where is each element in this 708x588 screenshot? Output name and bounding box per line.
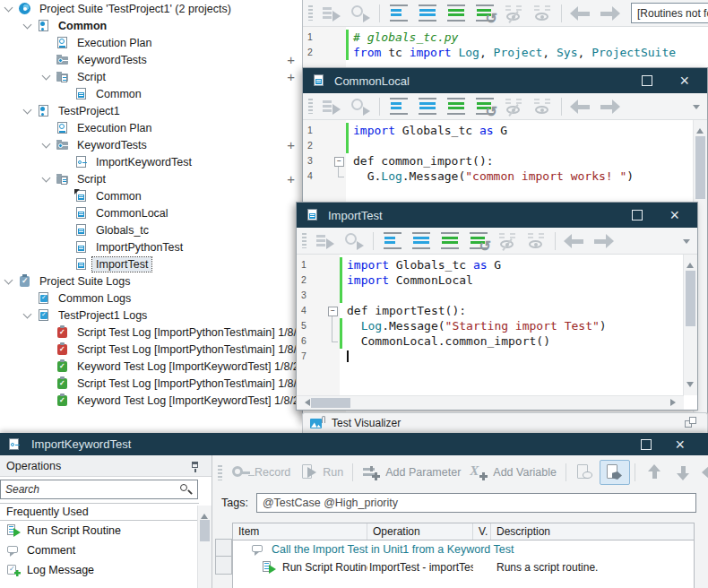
- chevron-expanded-icon[interactable]: [42, 173, 51, 182]
- tree-item[interactable]: Keyword Test Log [ImportKeywordTest] 1/8…: [0, 358, 302, 375]
- test-visualizer-bar[interactable]: Test Visualizer: [302, 412, 708, 433]
- toolbar-grip[interactable]: [308, 5, 313, 21]
- navigate-back-icon[interactable]: [570, 96, 591, 117]
- table-header[interactable]: Item Operation V. Description: [233, 523, 694, 540]
- tree-item[interactable]: Common: [0, 85, 302, 102]
- tags-button[interactable]: [600, 460, 630, 485]
- tree-item[interactable]: Common Logs: [0, 290, 302, 307]
- column-value[interactable]: V.: [473, 523, 491, 540]
- show-region-icon[interactable]: [525, 230, 547, 252]
- navigate-forward-icon[interactable]: [599, 3, 620, 24]
- hide-region-icon[interactable]: [503, 3, 524, 24]
- indent-right-icon[interactable]: [417, 96, 438, 117]
- cell-item[interactable]: Run Script Routine: [233, 560, 367, 575]
- column-item[interactable]: Item: [233, 523, 367, 540]
- search-input[interactable]: Search: [0, 480, 198, 499]
- maximize-button[interactable]: [642, 75, 652, 86]
- cell-description[interactable]: Runs a script routine.: [491, 561, 694, 574]
- tree-item[interactable]: KeywordTests+: [0, 51, 302, 68]
- tree-item[interactable]: TestProject1: [0, 102, 302, 119]
- scroll-right-arrow[interactable]: [670, 399, 679, 406]
- tags-input[interactable]: @TestCase @High_priority: [256, 493, 696, 513]
- tree-item[interactable]: Script+: [0, 170, 302, 187]
- chevron-expanded-icon[interactable]: [23, 309, 32, 318]
- tree-item[interactable]: CommonLocal: [0, 204, 302, 221]
- move-down-button[interactable]: [669, 461, 697, 484]
- scroll-thumb[interactable]: [695, 136, 705, 199]
- navigate-forward-icon[interactable]: [599, 96, 620, 117]
- importtest-titlebar[interactable]: ImportTest ×: [297, 203, 697, 228]
- tree-item[interactable]: Common: [0, 187, 302, 204]
- maximize-button[interactable]: [632, 210, 643, 220]
- add-parameter-button[interactable]: Add Parameter: [358, 461, 465, 484]
- toolbar-grip[interactable]: [308, 99, 313, 114]
- navigate-back-icon[interactable]: [570, 3, 591, 24]
- scroll-thumb[interactable]: [311, 398, 350, 408]
- profile-run-icon[interactable]: [343, 230, 365, 252]
- importtest-code-editor[interactable]: 1import Globals_tc as G2import CommonLoc…: [297, 255, 697, 364]
- indent-left-icon[interactable]: [388, 3, 410, 24]
- revert-format-icon[interactable]: ↺: [468, 230, 489, 252]
- scroll-thumb[interactable]: [686, 271, 695, 326]
- tree-item[interactable]: Execution Plan: [0, 119, 302, 136]
- frequently-used-header[interactable]: Frequently Used: [0, 503, 199, 521]
- show-region-icon[interactable]: [531, 3, 553, 24]
- show-region-icon[interactable]: [531, 96, 553, 117]
- horizontal-scrollbar[interactable]: [297, 395, 684, 410]
- tree-item[interactable]: Execution Plan: [0, 34, 302, 51]
- indent-left-icon[interactable]: [382, 230, 403, 252]
- format-lines-icon[interactable]: [445, 96, 467, 117]
- vertical-scrollbar[interactable]: [683, 255, 697, 395]
- globals-code-editor[interactable]: 1# globals_tc.py2from tc import Log, Pro…: [303, 27, 708, 60]
- add-item-button[interactable]: +: [287, 69, 295, 84]
- tree-item[interactable]: Globals_tc: [0, 221, 302, 238]
- profile-run-icon[interactable]: [350, 3, 371, 24]
- tree-item[interactable]: ImportPythonTest: [0, 238, 302, 255]
- tree-item[interactable]: ImportKeywordTest: [0, 153, 302, 170]
- operation-list-item[interactable]: Run Script Routine: [0, 521, 199, 540]
- add-item-button[interactable]: +: [287, 137, 295, 152]
- column-operation[interactable]: Operation: [367, 523, 473, 540]
- table-row-operation[interactable]: Run Script RoutineImportTest - importTes…: [233, 558, 694, 576]
- format-lines-icon[interactable]: [445, 3, 467, 24]
- add-item-button[interactable]: +: [287, 52, 295, 67]
- navigate-back-icon[interactable]: [564, 230, 585, 252]
- toolbar-overflow-icon[interactable]: [683, 239, 690, 247]
- tree-item[interactable]: Script Test Log [ImportPythonTest\main] …: [0, 341, 302, 358]
- run-routine-icon[interactable]: [321, 3, 342, 24]
- chevron-expanded-icon[interactable]: [4, 3, 13, 12]
- chevron-expanded-icon[interactable]: [4, 275, 13, 284]
- search-icon[interactable]: [178, 482, 193, 497]
- description-button[interactable]: [571, 461, 600, 484]
- scroll-down-arrow[interactable]: [686, 382, 694, 391]
- profile-run-icon[interactable]: [350, 96, 371, 117]
- indent-left-icon[interactable]: [388, 96, 410, 117]
- column-description[interactable]: Description: [491, 523, 694, 540]
- scroll-up-arrow[interactable]: [201, 510, 208, 519]
- tree-item[interactable]: Project Suite 'TestProject1' (2 projects…: [0, 0, 302, 17]
- row-gutter[interactable]: [215, 539, 232, 575]
- operation-list-item[interactable]: Comment: [0, 540, 199, 560]
- hide-region-icon[interactable]: [503, 96, 524, 117]
- add-item-button[interactable]: +: [287, 171, 295, 186]
- close-button[interactable]: ×: [669, 209, 679, 221]
- routines-dropdown[interactable]: [Routines not fou: [631, 3, 708, 23]
- hide-region-icon[interactable]: [496, 230, 518, 252]
- scroll-left-arrow[interactable]: [301, 399, 310, 406]
- tree-item[interactable]: Script Test Log [ImportPythonTest\main] …: [0, 375, 302, 392]
- table-row-comment[interactable]: Call the Import Test in Unit1 from a Key…: [233, 540, 694, 558]
- run-routine-icon[interactable]: [315, 230, 336, 252]
- close-button[interactable]: ×: [675, 438, 685, 451]
- toolbar-grip[interactable]: [218, 465, 222, 480]
- chevron-expanded-icon[interactable]: [42, 139, 51, 148]
- tree-item[interactable]: Keyword Test Log [ImportKeywordTest] 1/8…: [0, 392, 302, 409]
- move-up-button[interactable]: [640, 461, 669, 484]
- scroll-up-arrow[interactable]: [696, 125, 704, 134]
- tree-item[interactable]: Project Suite Logs: [0, 272, 302, 290]
- cell-operation[interactable]: ImportTest - importTest: [367, 561, 473, 574]
- chevron-expanded-icon[interactable]: [23, 20, 32, 29]
- move-left-button[interactable]: [697, 461, 708, 484]
- commonlocal-titlebar[interactable]: CommonLocal ×: [303, 68, 707, 93]
- tree-item[interactable]: ImportTest: [0, 255, 302, 272]
- scroll-thumb[interactable]: [200, 520, 210, 541]
